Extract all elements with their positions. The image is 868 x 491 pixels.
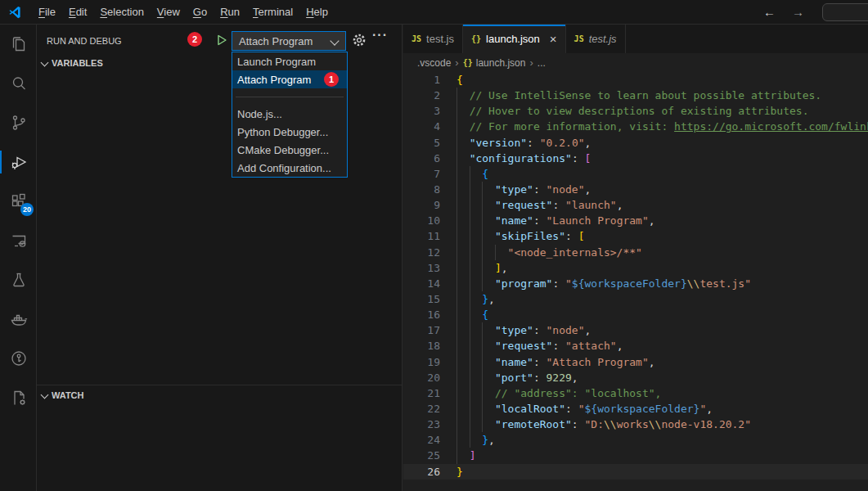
code-line[interactable]: 22 "localRoot": "${workspaceFolder}",	[403, 401, 868, 417]
code-line[interactable]: 16 {	[403, 307, 868, 322]
tab-launch.json[interactable]: {}launch.json×	[463, 25, 566, 53]
line-number[interactable]: 16	[403, 307, 440, 322]
dropdown-item[interactable]: Add Configuration...	[232, 159, 347, 177]
menu-selection[interactable]: Selection	[93, 3, 150, 20]
code-line[interactable]: 18 "request": "attach",	[403, 338, 868, 354]
dropdown-item[interactable]: CMake Debugger...	[232, 141, 347, 159]
code-line[interactable]: 4 // For more information, visit: https:…	[403, 119, 868, 134]
dropdown-item[interactable]: Attach Program1	[232, 70, 347, 88]
breadcrumb-item[interactable]: ...	[537, 57, 546, 69]
code-editor[interactable]: 1{2 // Use IntelliSense to learn about p…	[403, 72, 868, 491]
close-icon[interactable]: ×	[550, 33, 557, 45]
dropdown-item[interactable]: Launch Program	[232, 52, 347, 70]
menu-go[interactable]: Go	[187, 3, 214, 20]
variables-section-header[interactable]: VARIABLES	[40, 58, 103, 68]
sidebar-item-search[interactable]	[0, 64, 37, 103]
indent-guide	[470, 401, 483, 417]
line-number[interactable]: 21	[403, 385, 440, 401]
indent-guide	[456, 276, 470, 291]
line-number[interactable]: 18	[403, 338, 440, 354]
navigate-back-icon[interactable]: ←	[755, 5, 784, 19]
code-line[interactable]: 7 {	[403, 166, 868, 182]
debug-configuration-select[interactable]: Attach Program	[232, 31, 346, 51]
command-center-search[interactable]	[822, 3, 868, 21]
code-line[interactable]: 21 // "address": "localhost",	[403, 385, 868, 401]
line-number[interactable]: 23	[403, 417, 440, 432]
code-line[interactable]: 6 "configurations": [	[403, 151, 868, 166]
code-line[interactable]: 12 "<node_internals>/**"	[403, 245, 868, 260]
sidebar-item-run-and-debug[interactable]	[0, 142, 37, 182]
line-number[interactable]: 26	[403, 464, 440, 480]
menu-terminal[interactable]: Terminal	[246, 3, 299, 20]
line-number[interactable]: 1	[403, 72, 440, 88]
line-number[interactable]: 13	[403, 260, 440, 276]
breadcrumb-item[interactable]: .vscode	[417, 57, 451, 69]
line-number[interactable]: 17	[403, 322, 440, 338]
code-line[interactable]: 23 "remoteRoot": "D:\\works\\node-v18.20…	[403, 417, 868, 432]
code-line[interactable]: 14 "program": "${workspaceFolder}\\test.…	[403, 276, 868, 291]
line-number[interactable]: 14	[403, 276, 440, 291]
line-number[interactable]: 22	[403, 401, 440, 417]
line-number[interactable]: 25	[403, 448, 440, 463]
code-line[interactable]: 2 // Use IntelliSense to learn about pos…	[403, 88, 868, 103]
line-number[interactable]: 11	[403, 228, 440, 244]
sidebar-item-source-control[interactable]	[0, 103, 37, 142]
sidebar-item-testing[interactable]	[0, 260, 37, 300]
line-number[interactable]: 10	[403, 213, 440, 228]
start-debugging-button[interactable]	[214, 32, 230, 48]
code-line[interactable]: 9 "request": "launch",	[403, 197, 868, 213]
menu-help[interactable]: Help	[299, 3, 335, 20]
open-launch-json-button[interactable]	[350, 31, 368, 49]
menu-edit[interactable]: Edit	[62, 3, 93, 20]
code-line[interactable]: 8 "type": "node",	[403, 182, 868, 197]
line-number[interactable]: 5	[403, 135, 440, 151]
line-number[interactable]: 6	[403, 151, 440, 166]
code-line[interactable]: 26}	[403, 464, 868, 480]
line-number[interactable]: 12	[403, 245, 440, 260]
line-number[interactable]: 15	[403, 291, 440, 307]
dropdown-item[interactable]: Node.js...	[232, 105, 347, 123]
navigate-forward-icon[interactable]: →	[784, 5, 812, 19]
code-line[interactable]: 1{	[403, 72, 868, 88]
line-number[interactable]: 19	[403, 354, 440, 370]
line-number[interactable]: 4	[403, 119, 440, 134]
line-number[interactable]: 7	[403, 166, 440, 182]
code-line[interactable]: 3 // Hover to view descriptions of exist…	[403, 103, 868, 119]
chevron-down-icon	[40, 391, 48, 399]
json-file-icon: {}	[471, 34, 481, 43]
sidebar-item-gitlens[interactable]	[0, 339, 37, 378]
code-line[interactable]: 10 "name": "Launch Program",	[403, 213, 868, 228]
tab-test.js[interactable]: JStest.js	[566, 25, 626, 53]
code-line[interactable]: 24 },	[403, 432, 868, 448]
code-text: "type": "node",	[456, 182, 591, 197]
sidebar-item-extensions[interactable]: 20	[0, 182, 37, 221]
dropdown-item[interactable]: Python Debugger...	[232, 123, 347, 141]
watch-section-header[interactable]: WATCH	[40, 390, 84, 400]
menu-file[interactable]: File	[32, 3, 62, 20]
line-number[interactable]: 3	[403, 103, 440, 119]
tab-test.js[interactable]: JStest.js	[403, 25, 463, 53]
line-number[interactable]: 8	[403, 182, 440, 197]
sidebar-item-project-tools[interactable]	[0, 378, 37, 417]
sidebar-item-explorer[interactable]	[0, 25, 37, 64]
callout-badge-2: 2	[187, 32, 202, 47]
code-line[interactable]: 13 ],	[403, 260, 868, 276]
code-line[interactable]: 15 },	[403, 291, 868, 307]
code-line[interactable]: 5 "version": "0.2.0",	[403, 135, 868, 151]
line-number[interactable]: 9	[403, 197, 440, 213]
line-number[interactable]: 2	[403, 88, 440, 103]
breadcrumb-item[interactable]: {}launch.json	[463, 57, 526, 69]
menu-run[interactable]: Run	[214, 3, 246, 20]
line-number[interactable]: 24	[403, 432, 440, 448]
code-line[interactable]: 20 "port": 9229,	[403, 370, 868, 385]
code-line[interactable]: 17 "type": "node",	[403, 322, 868, 338]
code-line[interactable]: 25 ]	[403, 448, 868, 463]
sidebar-item-docker[interactable]	[0, 300, 37, 339]
sidebar-item-remote-explorer[interactable]	[0, 221, 37, 260]
views-and-more-actions-button[interactable]: ···	[372, 28, 388, 43]
menu-view[interactable]: View	[151, 3, 187, 20]
line-number[interactable]: 20	[403, 370, 440, 385]
code-line[interactable]: 11 "skipFiles": [	[403, 228, 868, 244]
code-line[interactable]: 19 "name": "Attach Program",	[403, 354, 868, 370]
code-text: // Use IntelliSense to learn about possi…	[456, 88, 821, 103]
